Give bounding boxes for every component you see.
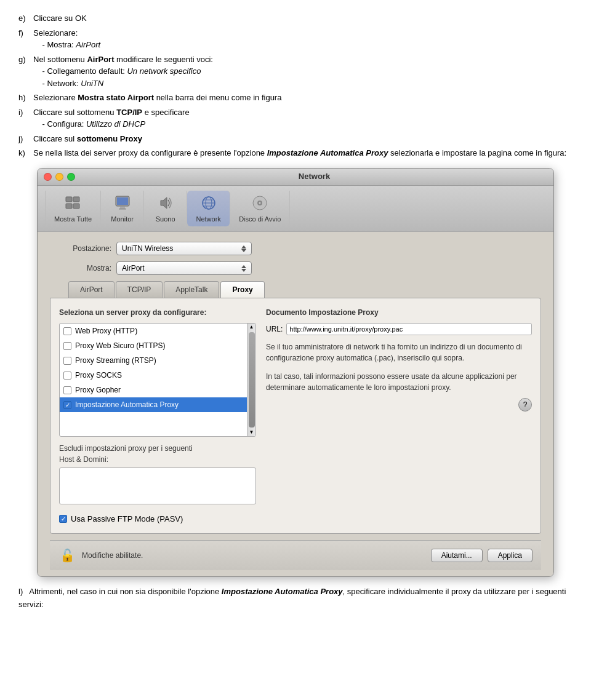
tab-tcpip[interactable]: TCP/IP <box>116 281 163 298</box>
list-item: g) Nel sottomenu AirPort modificare le s… <box>18 54 573 90</box>
toolbar-btn-disco[interactable]: Disco di Avvio <box>230 191 290 227</box>
item-text: Cliccare su OK <box>33 12 87 25</box>
scroll-up-arrow[interactable]: ▲ <box>248 324 255 331</box>
item-text: Selezionare: - Mostra: AirPort <box>33 27 100 51</box>
tab-airport[interactable]: AirPort <box>68 281 115 298</box>
proxy-item-web-http[interactable]: Web Proxy (HTTP) <box>60 324 255 338</box>
toolbar-btn-network[interactable]: Network <box>187 191 230 227</box>
mostra-tutte-label: Mostra Tutte <box>54 214 92 225</box>
checkbox-rtsp[interactable] <box>63 357 71 365</box>
postazione-arrow <box>241 245 246 252</box>
window-title: Network <box>81 170 547 183</box>
close-button[interactable] <box>44 173 52 181</box>
bottom-italic-bold: Impostazione Automatica Proxy <box>222 587 343 596</box>
item-label: h) <box>18 92 33 104</box>
proxy-label: Proxy Gopher <box>75 384 121 396</box>
checkbox-https[interactable] <box>63 342 71 350</box>
exclude-label: Escludi impostazioni proxy per i seguent… <box>59 443 256 465</box>
svg-rect-1 <box>73 197 79 202</box>
network-label: Network <box>196 214 220 225</box>
list-item: j) Cliccare sul sottomenu Proxy <box>18 133 573 145</box>
proxy-item-socks[interactable]: Proxy SOCKS <box>60 368 255 383</box>
bottom-label: l) <box>18 587 23 596</box>
url-input[interactable] <box>286 323 532 335</box>
scroll-down-arrow[interactable]: ▼ <box>248 429 255 436</box>
list-item: i) Cliccare sul sottomenu TCP/IP e speci… <box>18 106 573 130</box>
url-row: URL: <box>266 323 532 335</box>
mostra-row: Mostra: AirPort <box>50 261 541 275</box>
tab-appletalk[interactable]: AppleTalk <box>164 281 219 298</box>
applica-button[interactable]: Applica <box>488 549 533 562</box>
proxy-item-auto[interactable]: ✓ Impostazione Automatica Proxy <box>60 397 255 412</box>
lock-icon[interactable]: 🔓 <box>58 546 76 565</box>
checkbox-auto[interactable]: ✓ <box>63 401 71 409</box>
proxy-panel: Seleziona un server proxy da configurare… <box>50 298 541 534</box>
proxy-label: Proxy Streaming (RTSP) <box>75 355 156 366</box>
proxy-item-gopher[interactable]: Proxy Gopher <box>60 383 255 397</box>
maximize-button[interactable] <box>67 173 75 181</box>
item-text: Nel sottomenu AirPort modificare le segu… <box>33 54 213 90</box>
aiutami-button[interactable]: Aiutami... <box>431 549 483 562</box>
proxy-list-container: Web Proxy (HTTP) Proxy Web Sicuro (HTTPS… <box>59 323 256 437</box>
suono-icon <box>156 193 175 213</box>
svg-rect-6 <box>120 207 125 209</box>
svg-rect-2 <box>66 204 72 209</box>
proxy-item-rtsp[interactable]: Proxy Streaming (RTSP) <box>60 353 255 368</box>
svg-rect-7 <box>119 209 126 210</box>
network-window: Network Mostra Tutte <box>37 168 554 578</box>
mostra-label: Mostra: <box>50 263 111 274</box>
proxy-label: Web Proxy (HTTP) <box>75 325 137 336</box>
proxy-list: Web Proxy (HTTP) Proxy Web Sicuro (HTTPS… <box>60 324 255 412</box>
toolbar-btn-suono[interactable]: Suono <box>144 191 187 227</box>
proxy-label: Impostazione Automatica Proxy <box>75 399 179 410</box>
instruction-list: e) Cliccare su OK f) Selezionare: - Most… <box>18 12 573 159</box>
mostra-arrow <box>241 265 246 272</box>
scroll-thumb[interactable] <box>249 332 255 428</box>
tabs-row: AirPort TCP/IP AppleTalk Proxy <box>50 281 541 298</box>
panel-left: Seleziona un server proxy da configurare… <box>59 307 256 525</box>
item-text: Cliccare sul sottomenu Proxy <box>33 133 142 145</box>
disco-icon <box>250 193 270 213</box>
svg-point-16 <box>259 202 261 204</box>
svg-rect-5 <box>117 197 128 205</box>
monitor-label: Monitor <box>111 214 134 225</box>
checkbox-gopher[interactable] <box>63 386 71 394</box>
monitor-icon <box>113 193 132 213</box>
postazione-label: Postazione: <box>50 243 111 254</box>
postazione-select[interactable]: UniTN Wireless <box>116 242 252 255</box>
item-label: i) <box>18 106 33 130</box>
desc-text-1: Se il tuo amministratore di network ti h… <box>266 341 532 364</box>
modifiche-label: Modifiche abilitate. <box>82 550 426 561</box>
checkbox-socks[interactable] <box>63 372 71 380</box>
item-label: f) <box>18 27 33 51</box>
right-title: Documento Impostazione Proxy <box>266 307 532 318</box>
proxy-item-https[interactable]: Proxy Web Sicuro (HTTPS) <box>60 338 255 353</box>
panel-right: Documento Impostazione Proxy URL: Se il … <box>266 307 532 525</box>
ftp-checkbox[interactable]: ✓ <box>59 515 67 523</box>
minimize-button[interactable] <box>55 173 63 181</box>
desc-text-2: In tal caso, tali informazioni possono e… <box>266 371 532 393</box>
item-label: e) <box>18 12 33 25</box>
exclude-textarea[interactable] <box>59 467 256 504</box>
tab-proxy[interactable]: Proxy <box>220 281 264 298</box>
proxy-label: Proxy SOCKS <box>75 370 122 381</box>
ftp-label: Usa Passive FTP Mode (PASV) <box>71 513 183 525</box>
proxy-label: Proxy Web Sicuro (HTTPS) <box>75 340 165 351</box>
bottom-bar: 🔓 Modifiche abilitate. Aiutami... Applic… <box>50 540 541 570</box>
traffic-lights <box>44 173 75 181</box>
svg-rect-3 <box>73 204 79 209</box>
list-item: h) Selezionare Mostra stato Airport nell… <box>18 92 573 104</box>
toolbar-btn-mostra-tutte[interactable]: Mostra Tutte <box>45 191 101 227</box>
titlebar: Network <box>38 169 553 186</box>
url-label: URL: <box>266 324 283 335</box>
page-container: e) Cliccare su OK f) Selezionare: - Most… <box>18 12 573 611</box>
ftp-row: ✓ Usa Passive FTP Mode (PASV) <box>59 513 256 525</box>
mostra-tutte-icon <box>63 193 83 213</box>
toolbar-btn-monitor[interactable]: Monitor <box>101 191 144 227</box>
help-button[interactable]: ? <box>518 398 532 412</box>
mostra-select[interactable]: AirPort <box>116 261 252 275</box>
disco-label: Disco di Avvio <box>239 214 281 225</box>
toolbar: Mostra Tutte Monitor <box>38 186 553 233</box>
proxy-scrollbar[interactable]: ▲ ▼ <box>247 324 255 436</box>
checkbox-web-http[interactable] <box>63 327 71 335</box>
